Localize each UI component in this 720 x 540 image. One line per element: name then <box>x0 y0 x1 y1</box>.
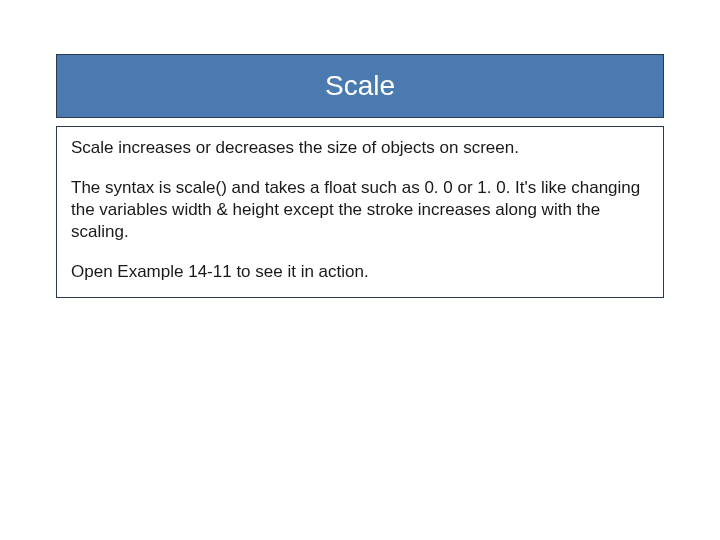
body-paragraph: Open Example 14-11 to see it in action. <box>71 261 649 283</box>
title-bar: Scale <box>56 54 664 118</box>
body-paragraph: The syntax is scale() and takes a float … <box>71 177 649 243</box>
body-paragraph: Scale increases or decreases the size of… <box>71 137 649 159</box>
slide-title: Scale <box>325 70 395 102</box>
content-box: Scale increases or decreases the size of… <box>56 126 664 298</box>
